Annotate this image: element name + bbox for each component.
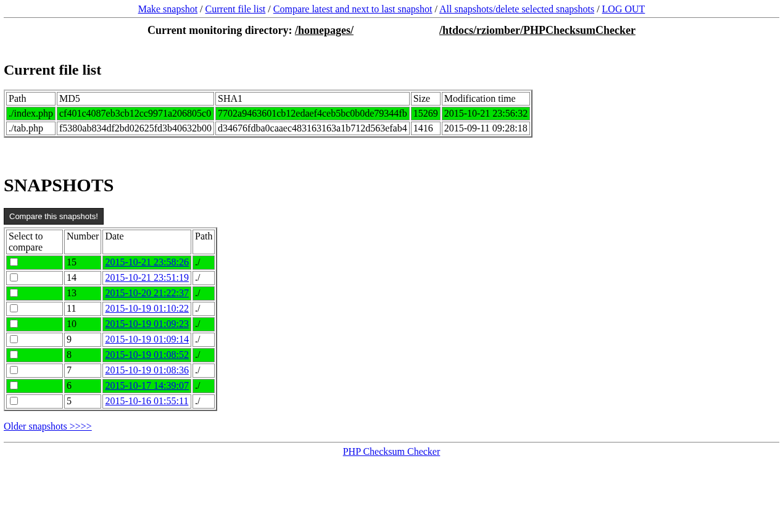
- col-mtime: Modification time: [442, 92, 531, 106]
- cell-select: [6, 348, 63, 362]
- cell-path: ./: [193, 379, 215, 393]
- divider: [4, 442, 779, 443]
- nav-logout[interactable]: LOG OUT: [602, 4, 645, 14]
- cell-select: [6, 364, 63, 378]
- snapshots-table: Select to compare Number Date Path 15201…: [4, 227, 217, 411]
- file-list-table: Path MD5 SHA1 Size Modification time ./i…: [4, 89, 532, 138]
- file-list-header-row: Path MD5 SHA1 Size Modification time: [6, 92, 530, 106]
- nav-sep: /: [435, 4, 440, 14]
- snapshot-checkbox[interactable]: [10, 258, 18, 266]
- cell-md5: cf401c4087eb3cb12cc9971a206805c0: [57, 107, 214, 120]
- cell-path: ./: [193, 333, 215, 347]
- cell-path: ./tab.php: [6, 122, 56, 135]
- snapshot-checkbox[interactable]: [10, 335, 18, 343]
- cell-date: 2015-10-19 01:09:14: [102, 333, 191, 347]
- cell-number: 10: [64, 317, 101, 331]
- table-row: 72015-10-19 01:08:36./: [6, 364, 215, 378]
- col-number: Number: [64, 230, 101, 254]
- top-nav: Make snapshot / Current file list / Comp…: [4, 4, 779, 15]
- col-sha1: SHA1: [215, 92, 410, 106]
- snapshot-date-link[interactable]: 2015-10-21 23:58:26: [105, 257, 189, 267]
- cell-date: 2015-10-21 23:51:19: [102, 271, 191, 285]
- cell-size: 15269: [411, 107, 441, 120]
- footer: PHP Checksum Checker: [4, 446, 779, 457]
- cell-path: ./: [193, 256, 215, 270]
- snapshot-checkbox[interactable]: [10, 381, 18, 389]
- cell-date: 2015-10-17 14:39:07: [102, 379, 191, 393]
- nav-current-file-list[interactable]: Current file list: [205, 4, 266, 14]
- nav-sep: /: [268, 4, 273, 14]
- snapshot-date-link[interactable]: 2015-10-20 21:22:37: [105, 288, 189, 298]
- cell-number: 15: [64, 256, 101, 270]
- cell-path: ./: [193, 348, 215, 362]
- cell-number: 9: [64, 333, 101, 347]
- cell-path: ./: [193, 302, 215, 316]
- snapshot-checkbox[interactable]: [10, 320, 18, 328]
- monitoring-path-part1[interactable]: /homepages/: [295, 24, 354, 37]
- table-row: 62015-10-17 14:39:07./: [6, 379, 215, 393]
- cell-number: 13: [64, 286, 101, 301]
- col-path: Path: [6, 92, 56, 106]
- table-row: 82015-10-19 01:08:52./: [6, 348, 215, 362]
- table-row: 152015-10-21 23:58:26./: [6, 256, 215, 270]
- snapshot-date-link[interactable]: 2015-10-17 14:39:07: [105, 380, 189, 391]
- snapshots-header-row: Select to compare Number Date Path: [6, 230, 215, 254]
- cell-path: ./index.php: [6, 107, 56, 120]
- table-row: 92015-10-19 01:09:14./: [6, 333, 215, 347]
- cell-sha1: 7702a9463601cb12edaef4ceb5bc0b0de79344fb: [215, 107, 410, 120]
- cell-select: [6, 379, 63, 393]
- snapshot-date-link[interactable]: 2015-10-16 01:55:11: [105, 396, 188, 406]
- cell-date: 2015-10-21 23:58:26: [102, 256, 191, 270]
- cell-number: 14: [64, 271, 101, 285]
- cell-mtime: 2015-10-21 23:56:32: [442, 107, 531, 120]
- cell-number: 5: [64, 394, 101, 409]
- snapshot-checkbox[interactable]: [10, 273, 18, 281]
- snapshot-checkbox[interactable]: [10, 351, 18, 359]
- cell-number: 6: [64, 379, 101, 393]
- table-row: 132015-10-20 21:22:37./: [6, 286, 215, 301]
- snapshot-date-link[interactable]: 2015-10-19 01:08:36: [105, 365, 189, 375]
- snapshot-date-link[interactable]: 2015-10-19 01:08:52: [105, 349, 189, 360]
- monitoring-path-part2[interactable]: /htdocs/rziomber/PHPChecksumChecker: [439, 24, 636, 37]
- snapshot-date-link[interactable]: 2015-10-19 01:09:14: [105, 334, 189, 344]
- table-row: 102015-10-19 01:09:23./: [6, 317, 215, 331]
- older-snapshots-link[interactable]: Older snapshots >>>>: [4, 421, 92, 431]
- cell-date: 2015-10-19 01:08:52: [102, 348, 191, 362]
- table-row: ./index.phpcf401c4087eb3cb12cc9971a20680…: [6, 107, 530, 120]
- cell-sha1: d34676fdba0caaec483163163a1b712d563efab4: [215, 122, 410, 135]
- nav-make-snapshot[interactable]: Make snapshot: [138, 4, 197, 14]
- col-size: Size: [411, 92, 441, 106]
- nav-sep: /: [597, 4, 602, 14]
- nav-all-snapshots[interactable]: All snapshots/delete selected snapshots: [439, 4, 594, 14]
- footer-link[interactable]: PHP Checksum Checker: [343, 446, 441, 457]
- cell-select: [6, 394, 63, 409]
- table-row: 52015-10-16 01:55:11./: [6, 394, 215, 409]
- col-date: Date: [102, 230, 191, 254]
- cell-date: 2015-10-19 01:10:22: [102, 302, 191, 316]
- nav-sep: /: [200, 4, 205, 14]
- nav-compare-latest[interactable]: Compare latest and next to last snapshot: [273, 4, 433, 14]
- col-select: Select to compare: [6, 230, 63, 254]
- cell-select: [6, 317, 63, 331]
- snapshot-date-link[interactable]: 2015-10-19 01:09:23: [105, 318, 189, 329]
- table-row: ./tab.phpf5380ab834df2bd02625fd3b40632b0…: [6, 122, 530, 135]
- cell-path: ./: [193, 271, 215, 285]
- monitoring-directory-line: Current monitoring directory: /homepages…: [4, 24, 779, 37]
- cell-path: ./: [193, 317, 215, 331]
- cell-path: ./: [193, 394, 215, 409]
- snapshot-checkbox[interactable]: [10, 366, 18, 374]
- snapshot-date-link[interactable]: 2015-10-19 01:10:22: [105, 303, 189, 314]
- snapshot-checkbox[interactable]: [10, 304, 18, 312]
- cell-date: 2015-10-19 01:08:36: [102, 364, 191, 378]
- table-row: 112015-10-19 01:10:22./: [6, 302, 215, 316]
- snapshot-date-link[interactable]: 2015-10-21 23:51:19: [105, 272, 189, 283]
- cell-select: [6, 256, 63, 270]
- cell-select: [6, 286, 63, 301]
- snapshot-checkbox[interactable]: [10, 289, 18, 297]
- snapshot-checkbox[interactable]: [10, 397, 18, 405]
- cell-size: 1416: [411, 122, 441, 135]
- cell-select: [6, 333, 63, 347]
- compare-snapshots-button[interactable]: Compare this snapshots!: [4, 208, 104, 225]
- col-md5: MD5: [57, 92, 214, 106]
- cell-path: ./: [193, 364, 215, 378]
